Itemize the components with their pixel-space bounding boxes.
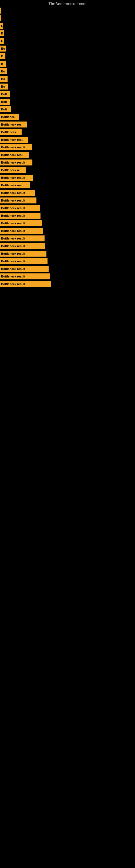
bar-row: E xyxy=(0,22,135,29)
bar-row: B xyxy=(0,60,135,67)
bar-row: Bottleneck res xyxy=(0,121,135,128)
bar-label: Bottleneck result xyxy=(1,229,25,232)
bar-item: E xyxy=(0,23,3,29)
bar-row: Bottleneck result xyxy=(0,212,135,219)
bar-row: Bottleneck result xyxy=(0,220,135,227)
bar-label: Bottleneck result xyxy=(1,267,25,271)
bar-label: Bottleneck result xyxy=(1,207,25,210)
bar-label: Bo xyxy=(1,70,5,73)
bar-label: Bottleneck result xyxy=(1,199,25,202)
bar-item: Bottleneck result xyxy=(0,213,41,219)
bar-item: Bottleneck resu xyxy=(0,152,29,158)
bar-row: E xyxy=(0,37,135,44)
bar-label: Bottleneck result xyxy=(1,191,25,194)
bar-item: Bottlenec xyxy=(0,114,19,120)
bar-item: Bottleneck result xyxy=(0,266,49,272)
bar-label: Bott xyxy=(1,100,7,103)
bar-item: Bottleneck result xyxy=(0,228,43,234)
bar-label: Bottleneck result xyxy=(1,282,25,286)
bar-label: Bottleneck result xyxy=(1,244,25,248)
bar-label: Bottlenec xyxy=(1,115,14,119)
bar-row: Bottleneck re xyxy=(0,166,135,174)
bar-row: Bottleneck result xyxy=(0,273,135,280)
bar-row: Bott xyxy=(0,91,135,98)
bar-item: Bottleneck result xyxy=(0,243,45,249)
bar-label: B xyxy=(1,55,3,58)
bar-label: B xyxy=(1,32,3,35)
bar-item: Bottleneck result xyxy=(0,144,32,150)
bar-row: Bottleneck result xyxy=(0,189,135,196)
bar-item: Bottleneck result xyxy=(0,159,32,165)
bar-row: Bo xyxy=(0,68,135,75)
bar-label: Bottleneck xyxy=(1,130,16,134)
bar-label: Bottleneck result xyxy=(1,146,25,149)
bar-label: B xyxy=(1,62,3,65)
bar-label: Bott xyxy=(1,108,7,111)
bar-row: Bottleneck resu xyxy=(0,182,135,189)
bar-item: Bottleneck resu xyxy=(0,137,28,143)
bar-row: Bottleneck result xyxy=(0,258,135,265)
bar-label: E xyxy=(1,39,3,42)
bar-label: Bottleneck resu xyxy=(1,184,24,187)
bar-label: Bo xyxy=(1,47,5,50)
bar-row: Bottleneck result xyxy=(0,227,135,235)
bar-item xyxy=(0,15,1,21)
bar-item: Bottleneck result xyxy=(0,175,33,181)
bar-item: Bottleneck res xyxy=(0,122,27,127)
bar-item: B xyxy=(0,30,4,36)
bar-label: Bottleneck res xyxy=(1,123,21,126)
bar-item: Bottleneck result xyxy=(0,190,35,196)
bar-row: Bo xyxy=(0,45,135,52)
bar-row xyxy=(0,7,135,14)
bar-row: Bo xyxy=(0,83,135,90)
bar-row: Bottleneck result xyxy=(0,205,135,212)
bar-label: Bottleneck result xyxy=(1,237,25,240)
bar-label: Bottleneck result xyxy=(1,214,25,217)
bar-label: Bottleneck result xyxy=(1,259,25,263)
bar-row: Bottleneck result xyxy=(0,250,135,257)
bar-label: Bottleneck resu xyxy=(1,138,24,141)
bar-label: Bottleneck result xyxy=(1,252,25,255)
bar-item: Bottleneck result xyxy=(0,273,50,279)
bar-row: Bottleneck result xyxy=(0,243,135,250)
bar-item: Bottleneck result xyxy=(0,236,45,241)
bar-row: Bottleneck resu xyxy=(0,151,135,158)
bars-container: EBEBoBBBoBoBoBottBottBottBottlenecBottle… xyxy=(0,7,135,287)
bar-label: Bottleneck result xyxy=(1,176,25,179)
bar-item xyxy=(0,8,1,13)
bar-row: Bottleneck result xyxy=(0,265,135,272)
bar-label: Bo xyxy=(1,85,5,88)
site-title: TheBottlenecker.com xyxy=(0,0,135,7)
bar-item: Bo xyxy=(0,76,8,82)
bar-item: Bott xyxy=(0,99,10,105)
bar-item: Bo xyxy=(0,84,8,90)
bar-item: Bott xyxy=(0,91,10,97)
bar-row: Bott xyxy=(0,98,135,105)
bar-item: Bottleneck result xyxy=(0,251,46,257)
bar-item: Bott xyxy=(0,106,11,112)
bar-row: Bottlenec xyxy=(0,113,135,120)
bar-label: Bo xyxy=(1,77,5,81)
bar-item: Bottleneck result xyxy=(0,205,40,211)
bar-label: Bottleneck result xyxy=(1,222,25,225)
bar-item: Bottleneck xyxy=(0,129,21,135)
bar-label: E xyxy=(1,24,3,27)
bar-row: Bottleneck resu xyxy=(0,136,135,143)
bar-item: B xyxy=(0,61,6,67)
bar-item: Bottleneck result xyxy=(0,220,42,226)
bar-item: Bottleneck re xyxy=(0,167,26,173)
bar-item: Bottleneck result xyxy=(0,197,37,204)
bar-row: B xyxy=(0,30,135,37)
bar-row: Bottleneck result xyxy=(0,174,135,181)
bar-label: Bottleneck re xyxy=(1,168,20,172)
bar-row: Bottleneck xyxy=(0,129,135,135)
bar-item: Bo xyxy=(0,45,6,52)
bar-row: Bo xyxy=(0,75,135,83)
bar-row: Bottleneck result xyxy=(0,197,135,204)
bar-row: Bottleneck result xyxy=(0,144,135,151)
bar-label: Bottleneck resu xyxy=(1,153,24,156)
bar-item: B xyxy=(0,53,5,59)
bar-item: Bottleneck resu xyxy=(0,182,30,188)
bar-row: B xyxy=(0,53,135,60)
bar-label: Bott xyxy=(1,93,7,96)
